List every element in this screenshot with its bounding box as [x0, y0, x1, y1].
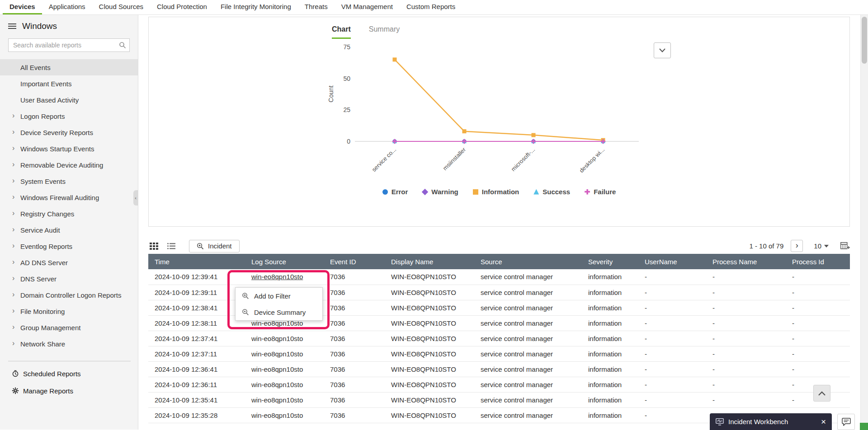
- table-row[interactable]: 2024-10-09 12:37:11win-eo8qpn10sto7036WI…: [148, 346, 850, 361]
- context-menu: Add to Filter Device Summary: [235, 287, 323, 321]
- column-header-display-name[interactable]: Display Name: [385, 254, 474, 269]
- sidebar-item-windows-startup-events[interactable]: ›Windows Startup Events: [0, 140, 138, 157]
- cell-event-id: 7036: [330, 304, 345, 312]
- legend-item-failure[interactable]: Failure: [585, 188, 616, 196]
- menu-item-add-to-filter[interactable]: Add to Filter: [236, 288, 322, 304]
- page-size-dropdown[interactable]: 10: [814, 242, 829, 250]
- column-settings-button[interactable]: [840, 242, 850, 250]
- chevron-right-icon: ›: [12, 144, 14, 152]
- sidebar-item-network-share[interactable]: ›Network Share: [0, 336, 138, 352]
- sidebar-item-ad-dns-server[interactable]: ›AD DNS Server: [0, 254, 138, 271]
- chart-options-dropdown[interactable]: [654, 42, 671, 58]
- sidebar-item-label: Important Events: [20, 80, 71, 88]
- incident-workbench-icon: [716, 418, 724, 425]
- chevron-right-icon: ›: [12, 274, 14, 282]
- cell-display-name: WIN-EO8QPN10STO: [391, 381, 456, 388]
- sidebar-item-domain-controller-logon-reports[interactable]: ›Domain Controller Logon Reports: [0, 287, 138, 303]
- sidebar-item-device-severity-reports[interactable]: ›Device Severity Reports: [0, 124, 138, 140]
- cell-log-source[interactable]: win-eo8qpn10sto: [251, 381, 303, 388]
- sidebar-item-logon-reports[interactable]: ›Logon Reports: [0, 108, 138, 124]
- sidebar-collapse-handle[interactable]: ‹: [133, 190, 138, 206]
- sidebar-item-label: Removable Device Auditing: [20, 161, 103, 169]
- table-row[interactable]: 2024-10-09 12:37:41win-eo8qpn10sto7036WI…: [148, 331, 850, 346]
- sidebar-item-all-events[interactable]: All Events: [0, 59, 138, 75]
- sidebar-item-registry-changes[interactable]: ›Registry Changes: [0, 206, 138, 222]
- table-row[interactable]: 2024-10-09 12:36:11win-eo8qpn10sto7036WI…: [148, 377, 850, 392]
- legend-item-information[interactable]: Information: [473, 188, 519, 196]
- chevron-right-icon: ›: [12, 128, 14, 136]
- search-icon[interactable]: [119, 42, 126, 51]
- incident-workbench-title: Incident Workbench: [728, 418, 816, 425]
- cell-log-source[interactable]: win-eo8qpn10sto: [251, 365, 303, 373]
- chat-button[interactable]: [837, 414, 855, 430]
- close-icon[interactable]: ×: [821, 417, 826, 426]
- cell-log-source[interactable]: win-eo8qpn10sto: [251, 273, 303, 280]
- chevron-right-icon: ›: [12, 323, 14, 331]
- nav-item-threats[interactable]: Threats: [298, 0, 335, 14]
- tab-chart[interactable]: Chart: [332, 25, 351, 39]
- column-header-severity[interactable]: Severity: [582, 254, 638, 269]
- grid-view-button[interactable]: [150, 243, 158, 250]
- column-header-username[interactable]: UserName: [638, 254, 706, 269]
- sidebar-item-group-management[interactable]: ›Group Management: [0, 319, 138, 336]
- legend-item-error[interactable]: Error: [382, 188, 408, 196]
- sidebar-item-scheduled-reports[interactable]: Scheduled Reports: [0, 365, 138, 382]
- nav-item-custom-reports[interactable]: Custom Reports: [400, 0, 462, 14]
- sidebar-item-service-audit[interactable]: ›Service Audit: [0, 222, 138, 238]
- column-header-process-id[interactable]: Process Id: [786, 254, 850, 269]
- legend-label: Failure: [594, 188, 616, 196]
- sidebar-item-dns-server[interactable]: ›DNS Server: [0, 271, 138, 287]
- next-page-button[interactable]: ›: [791, 240, 803, 252]
- sidebar-item-user-based-activity[interactable]: User Based Activity: [0, 92, 138, 108]
- table-row[interactable]: 2024-10-09 12:39:41win-eo8qpn10sto7036WI…: [148, 269, 850, 285]
- legend-item-warning[interactable]: Warning: [422, 188, 458, 196]
- cell-log-source[interactable]: win-eo8qpn10sto: [251, 350, 303, 358]
- cell-log-source[interactable]: win-eo8qpn10sto: [251, 335, 303, 342]
- sidebar-item-label: Windows Startup Events: [20, 145, 94, 153]
- sidebar-item-removable-device-auditing[interactable]: ›Removable Device Auditing: [0, 157, 138, 173]
- nav-item-applications[interactable]: Applications: [42, 0, 92, 14]
- list-view-button[interactable]: [167, 243, 175, 249]
- cell-event-id: 7036: [330, 335, 345, 342]
- events-table: TimeLog SourceEvent IDDisplay NameSource…: [148, 254, 850, 423]
- column-header-source[interactable]: Source: [474, 254, 582, 269]
- nav-item-devices[interactable]: Devices: [3, 0, 42, 14]
- sidebar-item-eventlog-reports[interactable]: ›Eventlog Reports: [0, 238, 138, 254]
- hamburger-menu-icon[interactable]: [8, 23, 16, 29]
- column-header-time[interactable]: Time: [148, 254, 245, 269]
- nav-item-file-integrity-monitoring[interactable]: File Integrity Monitoring: [214, 0, 298, 14]
- cell-source: service control manager: [481, 273, 553, 280]
- nav-item-cloud-protection[interactable]: Cloud Protection: [150, 0, 214, 14]
- sidebar-item-file-monitoring[interactable]: ›File Monitoring: [0, 303, 138, 319]
- column-header-process-name[interactable]: Process Name: [706, 254, 786, 269]
- menu-item-label: Add to Filter: [254, 292, 291, 300]
- scrollbar-thumb[interactable]: [862, 17, 867, 64]
- table-row[interactable]: 2024-10-09 12:35:41win-eo8qpn10sto7036WI…: [148, 392, 850, 407]
- legend-item-success[interactable]: Success: [533, 188, 570, 196]
- chevron-right-icon: ›: [12, 160, 14, 168]
- cell-log-source[interactable]: win-eo8qpn10sto: [251, 411, 303, 419]
- cell-process-name: -: [712, 381, 715, 388]
- sidebar-item-system-events[interactable]: ›System Events: [0, 173, 138, 189]
- column-header-log-source[interactable]: Log Source: [245, 254, 324, 269]
- menu-item-device-summary[interactable]: Device Summary: [236, 304, 322, 320]
- sidebar-item-manage-reports[interactable]: Manage Reports: [0, 382, 138, 399]
- tab-summary[interactable]: Summary: [369, 25, 400, 39]
- cell-source: service control manager: [481, 411, 553, 419]
- incident-button[interactable]: Incident: [189, 240, 240, 252]
- table-row[interactable]: 2024-10-09 12:36:41win-eo8qpn10sto7036WI…: [148, 361, 850, 377]
- nav-item-vm-management[interactable]: VM Management: [335, 0, 400, 14]
- cell-event-id: 7036: [330, 381, 345, 388]
- scroll-to-top-button[interactable]: [813, 385, 830, 402]
- column-header-event-id[interactable]: Event ID: [324, 254, 385, 269]
- vertical-scrollbar[interactable]: [860, 15, 868, 430]
- cell-log-source[interactable]: win-eo8qpn10sto: [251, 396, 303, 404]
- nav-item-cloud-sources[interactable]: Cloud Sources: [92, 0, 150, 14]
- cell-display-name: WIN-EO8QPN10STO: [391, 411, 456, 419]
- incident-workbench-panel[interactable]: Incident Workbench ×: [710, 413, 832, 430]
- sidebar-item-important-events[interactable]: Important Events: [0, 75, 138, 92]
- chevron-right-icon: ›: [12, 225, 14, 234]
- cell-severity: information: [588, 396, 622, 404]
- sidebar-item-windows-firewall-auditing[interactable]: ›Windows Firewall Auditing: [0, 189, 138, 206]
- search-input[interactable]: [8, 38, 130, 52]
